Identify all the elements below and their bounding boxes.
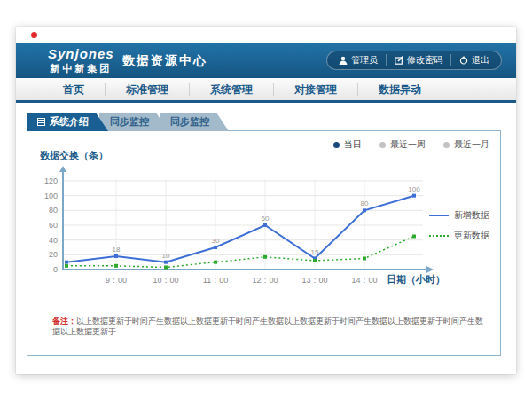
nav-item-interface-mgmt[interactable]: 对接管理 bbox=[274, 83, 358, 96]
app-header: Synjones 新中新集团 数据资源中心 管理员 修改密码 退出 bbox=[16, 43, 516, 78]
svg-text:9：00: 9：00 bbox=[106, 276, 127, 285]
admin-user-label: 管理员 bbox=[351, 54, 378, 66]
filter-today-label: 当日 bbox=[344, 138, 362, 151]
tab-sync-monitor-1[interactable]: 同步监控 bbox=[99, 113, 168, 131]
main-nav: 首页 标准管理 系统管理 对接管理 数据异动 bbox=[16, 78, 516, 103]
svg-text:100: 100 bbox=[408, 185, 420, 193]
legend-item-update-data[interactable]: 更新数据 bbox=[429, 230, 489, 242]
logout-label: 退出 bbox=[472, 54, 489, 66]
dotted-line-swatch-icon bbox=[429, 235, 449, 237]
svg-text:14：00: 14：00 bbox=[351, 276, 377, 285]
svg-text:60: 60 bbox=[262, 215, 270, 223]
logout-button[interactable]: 退出 bbox=[450, 54, 497, 66]
tab-sync-monitor-1-label: 同步监控 bbox=[110, 115, 149, 129]
change-password-button[interactable]: 修改密码 bbox=[386, 54, 450, 66]
svg-text:日期（小时）: 日期（小时） bbox=[387, 274, 445, 286]
filter-last-month-label: 最近一月 bbox=[454, 138, 489, 151]
line-chart: 9：0010：0011：0012：0013：0014：0002040608010… bbox=[35, 163, 447, 298]
radio-selected-icon bbox=[333, 142, 340, 148]
svg-text:20: 20 bbox=[49, 250, 58, 259]
nav-item-home[interactable]: 首页 bbox=[43, 83, 106, 96]
nav-item-system-mgmt[interactable]: 系统管理 bbox=[190, 83, 274, 96]
svg-text:13：00: 13：00 bbox=[301, 276, 327, 285]
document-icon bbox=[37, 118, 45, 126]
chart-area: 9：0010：0011：0012：0013：0014：0002040608010… bbox=[35, 163, 447, 301]
power-icon bbox=[459, 56, 468, 65]
edit-icon bbox=[395, 56, 403, 65]
chart-legend: 新增数据 更新数据 bbox=[429, 209, 489, 250]
nav-item-data-change[interactable]: 数据异动 bbox=[358, 83, 442, 96]
svg-text:30: 30 bbox=[212, 237, 220, 245]
logo-dot-icon bbox=[31, 32, 37, 38]
chart-panel: 当日 最近一周 最近一月 数据交换（条） 9：0010：0011：0012：00… bbox=[27, 130, 501, 356]
tab-system-intro[interactable]: 系统介绍 bbox=[27, 113, 108, 131]
filter-last-month[interactable]: 最近一月 bbox=[443, 138, 489, 151]
page-title: 数据资源中心 bbox=[122, 53, 207, 69]
legend-new-data-label: 新增数据 bbox=[454, 209, 489, 222]
solid-line-swatch-icon bbox=[429, 215, 449, 216]
svg-text:80: 80 bbox=[361, 200, 369, 207]
nav-item-standard-mgmt[interactable]: 标准管理 bbox=[106, 83, 190, 96]
legend-update-data-label: 更新数据 bbox=[454, 230, 489, 242]
svg-text:11：00: 11：00 bbox=[203, 276, 228, 285]
svg-text:120: 120 bbox=[44, 176, 58, 185]
svg-text:0: 0 bbox=[53, 265, 58, 274]
footnote-prefix: 备注： bbox=[52, 317, 76, 325]
tab-sync-monitor-2-label: 同步监控 bbox=[170, 115, 209, 129]
company-name: 新中新集团 bbox=[48, 62, 114, 75]
app-window: Synjones 新中新集团 数据资源中心 管理员 修改密码 退出 首页 标准管… bbox=[16, 27, 516, 374]
radio-icon bbox=[379, 142, 386, 148]
filter-last-week-label: 最近一周 bbox=[390, 138, 426, 151]
legend-item-new-data[interactable]: 新增数据 bbox=[429, 209, 489, 222]
tab-sync-monitor-2[interactable]: 同步监控 bbox=[160, 113, 229, 131]
change-password-label: 修改密码 bbox=[407, 54, 442, 66]
brand-name: Synjones bbox=[48, 46, 114, 61]
user-icon bbox=[339, 56, 348, 65]
brand-logo: Synjones 新中新集团 bbox=[48, 46, 114, 75]
tab-system-intro-label: 系统介绍 bbox=[50, 115, 89, 129]
radio-icon bbox=[443, 142, 450, 148]
footnote: 备注：以上数据更新于时间产生数据以上数据更新于时间产生数据以上数据更新于时间产生… bbox=[52, 316, 486, 337]
svg-text:10: 10 bbox=[162, 252, 170, 260]
svg-text:40: 40 bbox=[49, 236, 58, 245]
filter-last-week[interactable]: 最近一周 bbox=[379, 138, 426, 151]
svg-text:60: 60 bbox=[49, 221, 58, 230]
tab-bar: 系统介绍 同步监控 同步监控 bbox=[27, 113, 229, 131]
svg-text:10：00: 10：00 bbox=[153, 276, 178, 285]
svg-text:12：00: 12：00 bbox=[252, 276, 278, 285]
admin-user-button[interactable]: 管理员 bbox=[331, 54, 386, 66]
svg-text:100: 100 bbox=[44, 192, 58, 200]
range-filter-group: 当日 最近一周 最近一月 bbox=[333, 138, 489, 151]
filter-today[interactable]: 当日 bbox=[333, 138, 362, 151]
svg-text:15: 15 bbox=[311, 248, 319, 256]
footnote-text: 以上数据更新于时间产生数据以上数据更新于时间产生数据以上数据更新于时间产生数据以… bbox=[52, 317, 483, 336]
svg-text:80: 80 bbox=[49, 206, 58, 215]
y-axis-title: 数据交换（条） bbox=[40, 149, 108, 162]
user-toolbar: 管理员 修改密码 退出 bbox=[326, 51, 502, 70]
svg-text:18: 18 bbox=[113, 246, 121, 254]
